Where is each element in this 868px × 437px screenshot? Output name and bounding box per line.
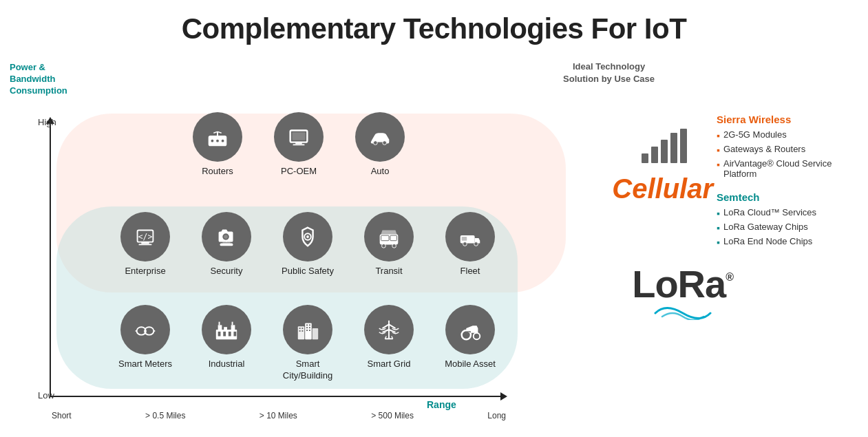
cellular-section: Cellular <box>612 127 713 204</box>
svg-rect-50 <box>298 326 305 339</box>
svg-rect-42 <box>224 327 227 330</box>
x-label-10: > 10 Miles <box>260 411 297 420</box>
sierra-section: Sierra Wireless ▪ 2G-5G Modules ▪ Gatewa… <box>717 114 854 179</box>
sierra-item-2: ▪ Gateways & Routers <box>717 144 854 156</box>
icon-item-smartgrid: Smart Grid <box>351 305 427 382</box>
svg-point-11 <box>374 141 378 145</box>
security-icon <box>213 224 240 250</box>
svg-rect-9 <box>293 144 304 145</box>
svg-rect-59 <box>306 327 308 328</box>
cellular-bars-icon <box>612 127 713 171</box>
icon-item-smartmeter: Smart Meters <box>107 305 183 382</box>
industrial-icon-circle <box>202 305 251 354</box>
transit-label: Transit <box>375 266 402 277</box>
semtech-item-2: ▪ LoRa Gateway Chips <box>717 222 854 233</box>
x-label-short: Short <box>52 411 72 420</box>
fleet-icon-circle <box>445 212 495 262</box>
svg-rect-77 <box>680 129 687 163</box>
sierra-item-3: ▪ AirVantage® Cloud Service Platform <box>717 158 854 179</box>
fleet-icon <box>457 224 483 250</box>
svg-point-33 <box>474 242 478 246</box>
icon-item-industrial: Industrial <box>189 305 264 382</box>
routers-label: Routers <box>202 166 233 178</box>
svg-point-32 <box>463 242 467 246</box>
routers-icon-circle <box>193 112 242 162</box>
semtech-item-2-label: LoRa Gateway Chips <box>723 222 808 232</box>
svg-rect-13 <box>379 134 385 138</box>
semtech-bullet-3: ▪ <box>717 237 720 248</box>
mobileasset-icon <box>457 317 483 343</box>
semtech-item-3-label: LoRa End Node Chips <box>723 236 812 246</box>
semtech-brand-label: Semtech <box>717 191 854 203</box>
semtech-item-1: ▪ LoRa Cloud™ Services <box>717 207 854 219</box>
sierra-bullet-1: ▪ <box>717 130 720 141</box>
svg-point-2 <box>216 140 219 142</box>
smartcity-icon-circle <box>283 305 332 354</box>
pcoem-icon-circle <box>274 112 324 162</box>
row2: </> Enterprise <box>105 206 511 283</box>
svg-point-72 <box>474 333 480 340</box>
transit-icon <box>376 224 402 250</box>
icon-item-pcoem: PC-OEM <box>261 112 337 178</box>
row3: Smart Meters Industrial <box>105 299 511 387</box>
lora-waves-icon <box>648 299 717 320</box>
svg-rect-57 <box>306 324 308 326</box>
semtech-item-3: ▪ LoRa End Node Chips <box>717 236 854 248</box>
x-label-long: Long <box>487 411 506 420</box>
svg-rect-73 <box>642 153 648 163</box>
lora-registered: ® <box>726 271 734 284</box>
transit-icon-circle <box>364 212 414 262</box>
svg-rect-10 <box>293 132 306 140</box>
svg-rect-52 <box>313 328 319 339</box>
svg-rect-43 <box>231 325 235 330</box>
icon-item-mobileasset: Mobile Asset <box>432 305 508 382</box>
enterprise-label: Enterprise <box>125 266 165 277</box>
svg-line-64 <box>383 324 390 328</box>
cellular-label: Cellular <box>612 173 713 204</box>
publicsafety-icon-circle <box>283 212 332 262</box>
svg-rect-17 <box>139 244 152 245</box>
icon-item-security: Security <box>189 212 264 277</box>
smartcity-label: Smart City/Building <box>270 359 346 382</box>
svg-point-1 <box>211 140 214 142</box>
enterprise-icon: </> <box>132 224 158 250</box>
security-label: Security <box>211 266 243 277</box>
sierra-item-2-label: Gateways & Routers <box>723 144 805 154</box>
svg-point-28 <box>382 244 386 248</box>
publicsafety-label: Public Safety <box>282 266 334 277</box>
svg-rect-54 <box>301 328 303 329</box>
svg-rect-8 <box>295 142 302 145</box>
sierra-brand-label: Sierra Wireless <box>717 114 854 125</box>
sierra-item-1-label: 2G-5G Modules <box>723 129 787 140</box>
smartgrid-icon-circle <box>364 305 414 354</box>
icon-item-enterprise: </> Enterprise <box>107 212 183 277</box>
svg-rect-44 <box>218 332 221 337</box>
smartmeter-label: Smart Meters <box>118 359 172 370</box>
semtech-item-1-label: LoRa Cloud™ Services <box>723 207 816 217</box>
sierra-bullet-3: ▪ <box>717 159 720 170</box>
industrial-icon <box>213 317 240 343</box>
low-label: Low <box>38 390 54 401</box>
semtech-bullet-2: ▪ <box>717 222 720 233</box>
icon-item-transit: Transit <box>351 212 427 277</box>
svg-rect-62 <box>309 330 310 331</box>
svg-rect-53 <box>299 328 301 329</box>
svg-rect-61 <box>306 330 308 331</box>
svg-text:</>: </> <box>138 232 153 242</box>
sierra-item-3-label: AirVantage® Cloud Service Platform <box>723 158 854 179</box>
high-label: High <box>38 117 56 127</box>
enterprise-icon-circle: </> <box>120 212 170 262</box>
sidebar: Sierra Wireless ▪ 2G-5G Modules ▪ Gatewa… <box>717 114 854 251</box>
x-axis-line <box>50 396 504 397</box>
svg-rect-27 <box>381 235 389 241</box>
ideal-technology-label: Ideal TechnologySolution by Use Case <box>563 61 655 85</box>
svg-rect-30 <box>390 235 397 241</box>
x-label-05: > 0.5 Miles <box>145 411 185 420</box>
icon-item-smartcity: Smart City/Building <box>270 305 346 382</box>
y-axis-line <box>50 120 51 396</box>
svg-rect-55 <box>299 330 301 332</box>
svg-rect-75 <box>661 140 668 163</box>
smartcity-icon <box>295 317 321 343</box>
smartgrid-icon <box>376 317 402 343</box>
svg-point-23 <box>224 235 228 239</box>
